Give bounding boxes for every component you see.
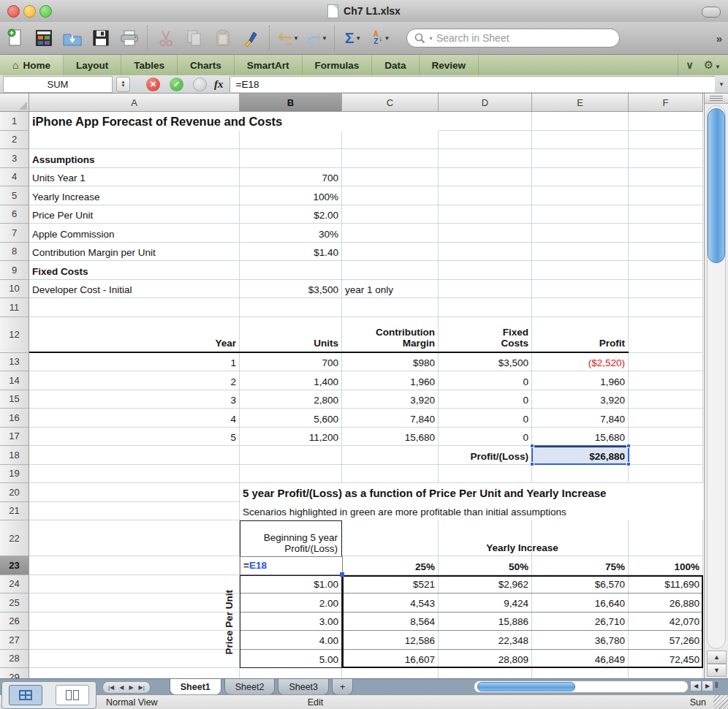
name-box-stepper[interactable]: ▲▼ <box>116 77 130 92</box>
cell-E17[interactable]: 15,680 <box>532 428 629 447</box>
cell-D16[interactable]: 0 <box>439 409 532 428</box>
row-header-21[interactable]: 21 <box>0 502 29 521</box>
ribbon-tab-formulas[interactable]: Formulas <box>303 55 373 75</box>
cell-D27[interactable]: 22,348 <box>439 631 532 650</box>
cell-A7[interactable]: Apple Commission <box>29 224 240 243</box>
cell-B15[interactable]: 2,800 <box>240 390 342 409</box>
paste-icon[interactable] <box>212 26 234 50</box>
cell-B7[interactable]: 30% <box>240 224 342 243</box>
cell-F27[interactable]: 57,260 <box>629 631 703 650</box>
page-layout-view-button[interactable] <box>56 685 89 705</box>
toolbar-more-button[interactable]: » <box>716 32 724 45</box>
scroll-left-arrow[interactable]: ◀ <box>690 680 702 691</box>
cell-B10[interactable]: $3,500 <box>240 280 342 299</box>
row-header-4[interactable]: 4 <box>0 168 29 187</box>
cell-B8[interactable]: $1.40 <box>240 243 342 262</box>
horizontal-scrollbar[interactable] <box>474 680 689 693</box>
cell-D12[interactable]: Fixed Costs <box>439 317 532 353</box>
print-icon[interactable] <box>118 26 140 50</box>
redo-icon[interactable]: ▼ <box>306 26 327 50</box>
cell-D14[interactable]: 0 <box>439 371 532 390</box>
undo-icon[interactable]: ▼ <box>277 26 299 50</box>
add-sheet-button[interactable]: + <box>332 679 353 695</box>
cell-C12[interactable]: Contribution Margin <box>342 317 439 353</box>
cancel-icon[interactable]: ✕ <box>146 77 160 91</box>
cell-A4[interactable]: Units Year 1 <box>29 168 240 187</box>
cell-B20[interactable]: 5 year Profit/(Loss) as a function of Pr… <box>240 483 703 502</box>
column-header-C[interactable]: C <box>342 94 439 112</box>
cell-A14[interactable]: 2 <box>29 371 240 390</box>
row-header-28[interactable]: 28 <box>0 650 29 669</box>
autosum-icon[interactable]: Σ▼ <box>342 26 364 50</box>
cell-C17[interactable]: 15,680 <box>342 428 439 447</box>
sort-az-icon[interactable]: AZ↓▼ <box>371 26 393 50</box>
cell-F24[interactable]: $11,690 <box>629 575 703 594</box>
row-header-17[interactable]: 17 <box>0 428 29 447</box>
cell-B5[interactable]: 100% <box>240 186 342 205</box>
cell-E12[interactable]: Profit <box>532 317 629 353</box>
ribbon-gear-icon[interactable]: ⚙▼ <box>704 58 721 72</box>
row-header-13[interactable]: 13 <box>0 353 29 372</box>
formula-input[interactable]: =E18 <box>230 76 716 92</box>
cell-E15[interactable]: 3,920 <box>532 390 629 409</box>
last-sheet-arrow[interactable]: ▶| <box>139 684 145 691</box>
cell-E27[interactable]: 36,780 <box>532 631 629 650</box>
cell-E24[interactable]: $6,570 <box>532 575 629 594</box>
cell-D17[interactable]: 0 <box>439 428 532 447</box>
row-header-15[interactable]: 15 <box>0 390 29 409</box>
cell-A8[interactable]: Contribution Margin per Unit <box>29 243 240 262</box>
row-header-22[interactable]: 22 <box>0 520 29 556</box>
row-header-9[interactable]: 9 <box>0 261 29 280</box>
open-icon[interactable] <box>61 26 83 50</box>
cell-D25[interactable]: 9,424 <box>439 594 532 613</box>
name-box[interactable]: SUM <box>3 76 113 93</box>
save-icon[interactable] <box>90 26 112 50</box>
ribbon-tab-data[interactable]: Data <box>372 55 419 75</box>
row-header-6[interactable]: 6 <box>0 205 29 224</box>
next-sheet-arrow[interactable]: ▶ <box>129 684 133 691</box>
row-header-25[interactable]: 25 <box>0 594 29 613</box>
ribbon-tab-smartart[interactable]: SmartArt <box>235 55 303 75</box>
cut-icon[interactable] <box>155 26 177 50</box>
row-header-3[interactable]: 3 <box>0 149 29 168</box>
copy-icon[interactable] <box>183 26 205 50</box>
new-document-icon[interactable] <box>4 26 26 50</box>
cell-E28[interactable]: 46,849 <box>532 650 629 669</box>
search-scope-arrow[interactable]: ▼ <box>428 36 433 41</box>
row-header-10[interactable]: 10 <box>0 280 29 299</box>
cell-B16[interactable]: 5,600 <box>240 409 342 428</box>
sheet-tab-sheet2[interactable]: Sheet2 <box>224 679 276 695</box>
cell-D23[interactable]: 50% <box>439 556 532 575</box>
ribbon-tab-home[interactable]: ⌂Home <box>0 55 64 75</box>
vertical-scrollbar[interactable]: ▲ ▼ <box>704 94 728 678</box>
row-header-16[interactable]: 16 <box>0 409 29 428</box>
cell-F28[interactable]: 72,450 <box>629 650 703 669</box>
cell-C14[interactable]: 1,960 <box>342 371 439 390</box>
search-input[interactable]: ▼ Search in Sheet <box>406 29 620 48</box>
scroll-right-arrow[interactable]: ▶ <box>702 680 713 691</box>
cell-A15[interactable]: 3 <box>29 390 240 409</box>
ribbon-collapse-icon[interactable]: ∨ <box>686 59 693 71</box>
row-header-2[interactable]: 2 <box>0 131 29 150</box>
row-header-23[interactable]: 23 <box>0 556 29 575</box>
cell-B14[interactable]: 1,400 <box>240 371 342 390</box>
split-handle[interactable] <box>705 94 728 104</box>
redo-dropdown-arrow[interactable]: ▼ <box>322 35 327 42</box>
undo-dropdown-arrow[interactable]: ▼ <box>293 35 299 42</box>
cell-D15[interactable]: 0 <box>439 390 532 409</box>
cell-B22[interactable]: Beginning 5 year Profit/(Loss) <box>240 520 342 556</box>
resize-grip[interactable] <box>713 694 728 709</box>
toolbar-toggle-pill[interactable] <box>702 7 721 18</box>
cell-C26[interactable]: 8,564 <box>342 613 439 632</box>
row-header-29[interactable]: 29 <box>0 668 29 678</box>
row-header-19[interactable]: 19 <box>0 465 29 484</box>
column-header-A[interactable]: A <box>29 94 240 112</box>
cell-D24[interactable]: $2,962 <box>439 575 532 594</box>
sheet-tab-navigation[interactable]: |◀ ◀ ▶ ▶| <box>102 681 151 694</box>
row-header-5[interactable]: 5 <box>0 186 29 205</box>
cell-A9[interactable]: Fixed Costs <box>29 261 240 280</box>
cell-C28[interactable]: 16,607 <box>342 650 439 669</box>
cell-E14[interactable]: 1,960 <box>532 371 629 390</box>
cell-E26[interactable]: 26,710 <box>532 613 629 632</box>
first-sheet-arrow[interactable]: |◀ <box>108 684 114 691</box>
